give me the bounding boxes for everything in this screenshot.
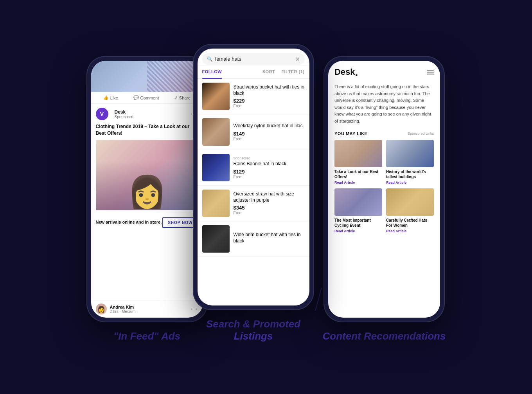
- content-nav: Desk.: [334, 67, 434, 77]
- rec-title-3: The Most Important Cycling Event: [334, 218, 382, 228]
- avatar-letter: V: [100, 111, 104, 117]
- product-shipping: Free: [234, 137, 305, 141]
- phone3-wrapper: Desk. There is a lot of exciting stuff g…: [323, 56, 446, 342]
- product-name: Stradivarius bucket hat with ties in bla…: [234, 84, 305, 96]
- tab-follow[interactable]: FOLLOW: [202, 65, 222, 79]
- thumbs-up-icon: 👍: [103, 95, 109, 100]
- you-may-like-header: YOU MAY LIKE Sponsored Links: [334, 131, 434, 136]
- tab-filter[interactable]: FILTER (1): [281, 65, 304, 78]
- footer-user: 👩 Andrea Kim 2 hrs · Medium: [96, 304, 136, 314]
- comment-icon: 💬: [133, 95, 139, 100]
- user-avatar: 👩: [96, 304, 107, 314]
- search-icon: 🔍: [207, 56, 213, 62]
- search-input[interactable]: female hats: [215, 56, 293, 62]
- product-name: Oversized straw hat with size adjuster i…: [234, 191, 305, 203]
- phone1-label: "In Feed" Ads: [113, 330, 180, 342]
- product-price: $345: [234, 205, 305, 211]
- list-item[interactable]: Sponsored Rains Boonie hat in black $129…: [198, 150, 309, 186]
- rec-read-more-1[interactable]: Read Article: [334, 181, 382, 184]
- rec-item[interactable]: The Most Important Cycling Event Read Ar…: [334, 188, 382, 233]
- search-results: Stradivarius bucket hat with ties in bla…: [198, 79, 309, 305]
- rec-image-4: [386, 188, 434, 216]
- feed-post: V Desk Sponsored ··· Clothing Trends 201…: [91, 104, 203, 300]
- share-icon: ↗: [174, 95, 178, 100]
- product-image: [202, 154, 230, 181]
- rec-item[interactable]: Take a Look at our Best Offers! Read Art…: [334, 140, 382, 184]
- user-name: Andrea Kim: [110, 305, 136, 309]
- phone2-label: Search & Promoted Listings: [195, 318, 312, 342]
- phone3-screen: Desk. There is a lot of exciting stuff g…: [328, 61, 440, 318]
- sponsored-links-label: Sponsored Links: [408, 132, 434, 136]
- rec-title-4: Carefully Crafted Hats For Women: [386, 218, 434, 228]
- phone3-label-text: Content Recomendations: [323, 330, 446, 342]
- product-name: Wide brim bucket hat with ties in black: [234, 232, 305, 244]
- rec-image-1: [334, 140, 382, 167]
- rec-read-more-3[interactable]: Read Article: [334, 229, 382, 233]
- rec-read-more-2[interactable]: Read Article: [386, 181, 434, 184]
- phone3-shell: Desk. There is a lot of exciting stuff g…: [324, 56, 445, 322]
- you-may-like-title: YOU MAY LIKE: [334, 131, 367, 136]
- brand-avatar: V: [96, 108, 108, 120]
- product-price: $229: [234, 98, 305, 104]
- hamburger-line-2: [427, 72, 434, 72]
- product-shipping: Free: [234, 104, 305, 108]
- logo-text: Desk: [334, 67, 355, 77]
- list-item[interactable]: Stradivarius bucket hat with ties in bla…: [198, 79, 309, 114]
- tab-sort[interactable]: SORT: [262, 65, 275, 78]
- product-name: Rains Boonie hat in black: [234, 161, 305, 167]
- rec-read-more-4[interactable]: Read Article: [386, 229, 434, 233]
- rec-image-3: [334, 188, 382, 216]
- phone1-label-text: "In Feed" Ads: [113, 330, 180, 342]
- phone1-shell: 👍 Like 💬 Comment ↗ Share: [86, 56, 208, 322]
- search-tabs: FOLLOW SORT FILTER (1): [198, 65, 309, 79]
- phone2-shell: 🔍 female hats ✕ FOLLOW SORT FILTER (1): [193, 44, 314, 310]
- logo-dot: .: [355, 66, 358, 78]
- post-image: [96, 140, 198, 210]
- comment-button[interactable]: 💬 Comment: [133, 95, 159, 100]
- product-image: [202, 190, 230, 217]
- clear-icon[interactable]: ✕: [295, 56, 300, 62]
- rec-item[interactable]: Carefully Crafted Hats For Women Read Ar…: [386, 188, 434, 233]
- menu-icon[interactable]: [427, 70, 434, 74]
- product-name: Weekday nylon bucket hat in lilac: [234, 123, 305, 129]
- like-button[interactable]: 👍 Like: [103, 95, 118, 100]
- product-price: $149: [234, 131, 305, 137]
- logo: Desk.: [334, 67, 358, 77]
- rec-image-2: [386, 140, 434, 167]
- list-item[interactable]: Oversized straw hat with size adjuster i…: [198, 186, 309, 221]
- divider-2: [315, 288, 322, 311]
- hamburger-line-3: [427, 74, 434, 74]
- sponsored-badge: Sponsored: [234, 156, 305, 160]
- list-item[interactable]: Weekday nylon bucket hat in lilac $149 F…: [198, 114, 309, 150]
- phone2-screen: 🔍 female hats ✕ FOLLOW SORT FILTER (1): [198, 49, 309, 305]
- comment-label: Comment: [140, 96, 159, 100]
- cta-section: New arrivals online and in store. SHOP N…: [96, 214, 198, 231]
- share-label: Share: [179, 96, 191, 100]
- recommendations-grid: Take a Look at our Best Offers! Read Art…: [334, 140, 434, 233]
- cta-text: New arrivals online and in store.: [96, 219, 162, 225]
- product-shipping: Free: [234, 175, 305, 179]
- post-meta: V Desk Sponsored: [96, 108, 133, 120]
- post-title: Clothing Trends 2019 – Take a Look at ou…: [96, 123, 198, 137]
- like-label: Like: [110, 96, 118, 100]
- product-image: [202, 118, 230, 146]
- product-image: [202, 225, 230, 253]
- phone2-label-text: Search & Promoted Listings: [195, 318, 312, 342]
- rec-item[interactable]: History of the world's tallest buildings…: [386, 140, 434, 184]
- search-input-wrapper[interactable]: 🔍 female hats ✕: [202, 53, 305, 65]
- product-price: $129: [234, 169, 305, 175]
- phones-container: 👍 Like 💬 Comment ↗ Share: [12, 44, 520, 342]
- share-button[interactable]: ↗ Share: [174, 95, 191, 100]
- product-info: Oversized straw hat with size adjuster i…: [234, 191, 305, 215]
- search-bar: 🔍 female hats ✕: [198, 49, 309, 65]
- post-time: 2 hrs · Medium: [110, 309, 136, 314]
- tab-right-group: SORT FILTER (1): [262, 65, 305, 78]
- feed-actions-bar: 👍 Like 💬 Comment ↗ Share: [91, 92, 203, 104]
- product-info: Weekday nylon bucket hat in lilac $149 F…: [234, 123, 305, 141]
- brand-name: Desk: [115, 109, 133, 115]
- sponsored-label: Sponsored: [115, 115, 133, 119]
- feed-header-image: [91, 61, 203, 92]
- list-item[interactable]: Wide brim bucket hat with ties in black: [198, 221, 309, 257]
- article-text: There is a lot of exciting stuff going o…: [334, 83, 434, 125]
- product-info: Wide brim bucket hat with ties in black: [234, 232, 305, 246]
